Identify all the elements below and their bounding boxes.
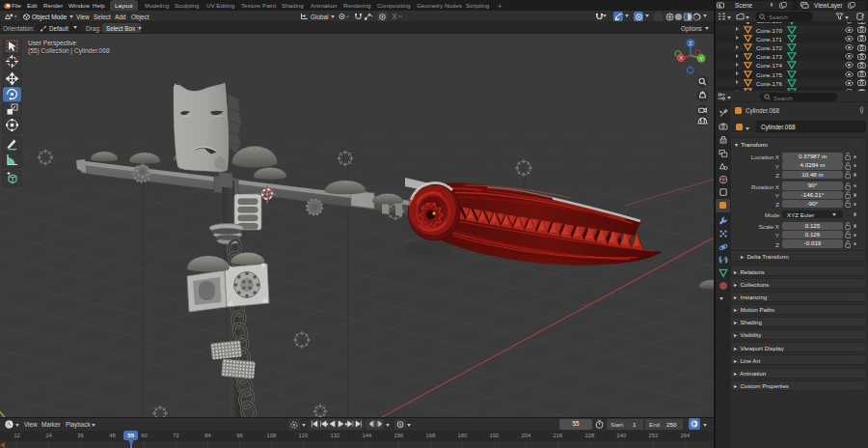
svg-text:Y: Y <box>699 56 703 62</box>
